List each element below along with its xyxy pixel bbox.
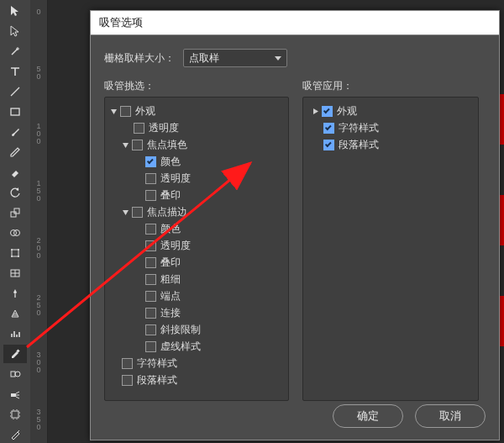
checkbox[interactable] <box>322 106 333 117</box>
free-transform-tool[interactable] <box>3 244 27 262</box>
tree-spacer <box>132 308 142 318</box>
tree-spacer <box>132 257 142 267</box>
tree-spacer <box>132 240 142 251</box>
artboard-tool[interactable] <box>3 405 27 424</box>
eyedropper-tool[interactable] <box>3 345 27 363</box>
tree-spacer <box>132 291 142 301</box>
chevron-down-icon[interactable] <box>120 140 130 150</box>
pencil-icon <box>9 146 21 158</box>
checkbox[interactable] <box>145 240 156 251</box>
tree-row[interactable]: 外观 <box>108 103 285 119</box>
rotate-tool[interactable] <box>3 183 27 202</box>
shape-builder-icon <box>9 227 21 239</box>
tree-row[interactable]: 段落样式 <box>307 136 475 153</box>
tree-row[interactable]: 叠印 <box>108 187 285 203</box>
tree-row[interactable]: 颜色 <box>108 153 285 170</box>
vertical-ruler: 050100150200250300350 <box>30 0 48 443</box>
tree-row[interactable]: 颜色 <box>108 220 285 237</box>
tree-label: 字符样式 <box>339 121 379 135</box>
checkbox[interactable] <box>132 140 143 150</box>
direct-selection-icon <box>9 25 21 37</box>
tree-row[interactable]: 段落样式 <box>108 372 285 388</box>
checkbox[interactable] <box>145 291 156 302</box>
ok-button[interactable]: 确定 <box>333 404 403 428</box>
magic-wand-icon <box>9 45 21 57</box>
tree-row[interactable]: 粗细 <box>108 271 285 287</box>
raster-sample-value: 点取样 <box>189 51 219 66</box>
pick-tree: 外观透明度焦点填色颜色透明度叠印焦点描边颜色透明度叠印粗细端点连接斜接限制虚线样… <box>105 98 288 393</box>
checkbox[interactable] <box>145 257 156 268</box>
column-graph-tool[interactable] <box>3 324 27 343</box>
paintbrush-tool[interactable] <box>3 123 27 141</box>
apply-panel: 外观字符样式段落样式 <box>302 97 479 401</box>
checkbox[interactable] <box>145 173 156 184</box>
type-tool[interactable] <box>3 62 27 81</box>
chevron-right-icon[interactable] <box>310 106 320 116</box>
tree-row[interactable]: 外观 <box>307 103 475 119</box>
tree-label: 连接 <box>160 306 181 320</box>
tree-row[interactable]: 斜接限制 <box>108 321 285 338</box>
tree-row[interactable]: 透明度 <box>108 170 285 187</box>
tree-label: 字符样式 <box>137 356 177 371</box>
shape-builder-tool[interactable] <box>3 224 27 242</box>
checkbox[interactable] <box>145 190 156 201</box>
eraser-tool[interactable] <box>3 163 27 182</box>
raster-sample-select[interactable]: 点取样 <box>183 49 287 67</box>
perspective-grid-tool[interactable] <box>3 304 27 323</box>
tree-spacer <box>310 123 320 133</box>
column-graph-icon <box>9 328 21 340</box>
pick-scroll[interactable]: 外观透明度焦点填色颜色透明度叠印焦点描边颜色透明度叠印粗细端点连接斜接限制虚线样… <box>105 98 288 400</box>
tree-spacer <box>120 123 130 133</box>
ruler-tick: 50 <box>30 66 47 81</box>
checkbox[interactable] <box>145 324 156 335</box>
line-tool[interactable] <box>3 82 27 101</box>
checkbox[interactable] <box>134 123 144 134</box>
magic-wand-tool[interactable] <box>3 42 27 61</box>
tree-row[interactable]: 虚线样式 <box>108 338 285 355</box>
checkbox[interactable] <box>145 224 156 235</box>
slice-tool[interactable] <box>3 425 27 443</box>
tree-row[interactable]: 端点 <box>108 287 285 304</box>
tree-row[interactable]: 字符样式 <box>307 119 475 136</box>
svg-rect-5 <box>12 250 18 256</box>
checkbox[interactable] <box>145 274 156 285</box>
checkbox[interactable] <box>323 140 334 150</box>
tree-row[interactable]: 透明度 <box>108 119 285 136</box>
checkbox[interactable] <box>122 375 133 386</box>
checkbox[interactable] <box>145 156 156 167</box>
scale-tool[interactable] <box>3 203 27 222</box>
blend-tool[interactable] <box>3 365 27 383</box>
tree-spacer <box>108 375 118 385</box>
tree-row[interactable]: 连接 <box>108 304 285 321</box>
rectangle-tool[interactable] <box>3 103 27 121</box>
tree-label: 焦点描边 <box>147 205 187 219</box>
rectangle-icon <box>9 106 21 118</box>
tree-spacer <box>310 140 320 150</box>
tree-row[interactable]: 焦点描边 <box>108 203 285 220</box>
tree-row[interactable]: 焦点填色 <box>108 136 285 153</box>
checkbox[interactable] <box>120 106 131 117</box>
svg-rect-14 <box>11 393 16 397</box>
puppet-pin-tool[interactable] <box>3 284 27 303</box>
tree-row[interactable]: 字符样式 <box>108 355 285 372</box>
chevron-down-icon[interactable] <box>108 106 118 116</box>
checkbox[interactable] <box>323 123 334 134</box>
chevron-down-icon[interactable] <box>120 207 130 217</box>
checkbox[interactable] <box>145 341 156 352</box>
tree-spacer <box>132 274 142 284</box>
checkbox[interactable] <box>132 207 143 218</box>
symbol-sprayer-tool[interactable] <box>3 385 27 403</box>
tree-label: 粗细 <box>160 272 181 287</box>
direct-selection-tool[interactable] <box>3 22 27 40</box>
puppet-pin-icon <box>9 287 21 299</box>
gradient-tool[interactable] <box>3 264 27 282</box>
svg-rect-15 <box>12 411 18 418</box>
pencil-tool[interactable] <box>3 143 27 161</box>
tree-spacer <box>132 156 142 166</box>
tree-row[interactable]: 叠印 <box>108 254 285 271</box>
checkbox[interactable] <box>122 358 133 369</box>
tree-row[interactable]: 透明度 <box>108 237 285 254</box>
cancel-button[interactable]: 取消 <box>415 404 486 428</box>
selection-tool[interactable] <box>3 2 27 20</box>
checkbox[interactable] <box>145 308 156 319</box>
